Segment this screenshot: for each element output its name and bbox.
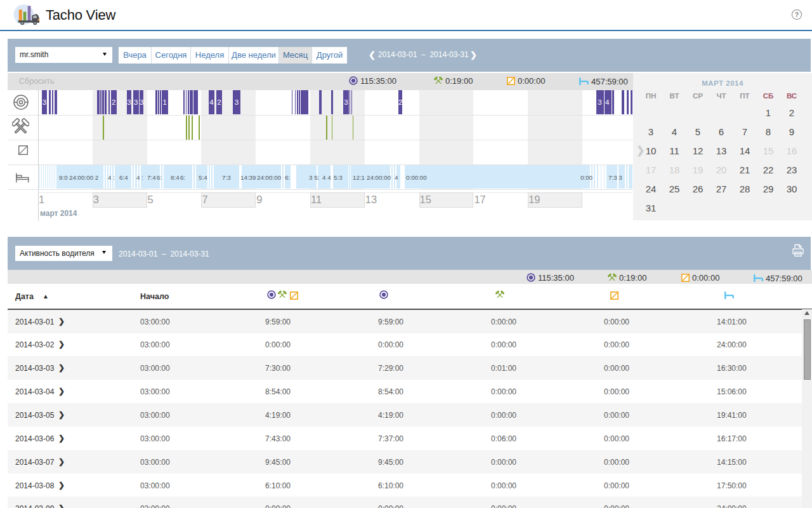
svg-text:?: ?	[795, 11, 799, 18]
